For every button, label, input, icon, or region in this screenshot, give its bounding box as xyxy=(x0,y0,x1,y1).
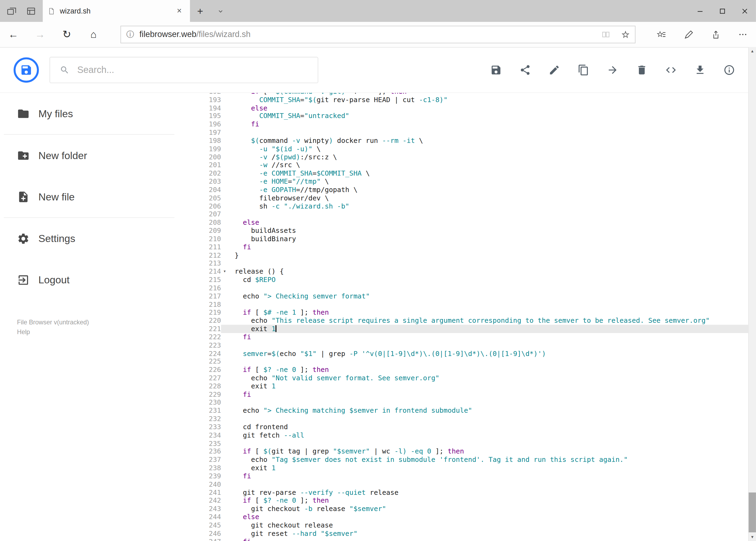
code-line-text[interactable] xyxy=(228,128,748,136)
code-line-text[interactable]: if [ $? -ne 0 ]; then xyxy=(228,366,748,374)
scroll-up-icon[interactable]: ▲ xyxy=(749,47,756,56)
code-line-text[interactable]: echo "Not valid semver format. See semve… xyxy=(228,374,748,382)
code-line-text[interactable]: -e COMMIT_SHA=$COMMIT_SHA \ xyxy=(228,169,748,178)
site-info-icon[interactable]: ⓘ xyxy=(121,29,139,40)
tab-close-icon[interactable]: × xyxy=(173,6,185,16)
code-line-text[interactable]: fi xyxy=(228,120,748,128)
code-line-text[interactable]: cd frontend xyxy=(228,423,748,431)
minimize-button[interactable] xyxy=(689,0,711,22)
scrollbar[interactable]: ▲ ▼ xyxy=(748,47,756,541)
new-tab-button[interactable]: + xyxy=(190,0,210,22)
code-line-text[interactable]: fi xyxy=(228,472,748,480)
code-line-text[interactable] xyxy=(228,357,748,366)
code-line-text[interactable]: $(command -v winpty) docker run --rm -it… xyxy=(228,137,748,145)
help-link[interactable]: Help xyxy=(17,327,89,337)
code-line-text[interactable]: else xyxy=(228,513,748,521)
code-line-text[interactable] xyxy=(228,300,748,308)
code-line-text[interactable]: buildAssets xyxy=(228,227,748,235)
share-icon[interactable] xyxy=(704,24,727,45)
code-line-text[interactable]: filebrowser/dev \ xyxy=(228,194,748,202)
sidebar-item-logout[interactable]: Logout xyxy=(0,259,202,300)
set-tabs-aside-icon[interactable] xyxy=(5,5,18,17)
code-line-text[interactable] xyxy=(228,415,748,423)
web-note-pen-icon[interactable] xyxy=(677,24,700,45)
forward-icon[interactable]: → xyxy=(27,24,54,45)
search-input[interactable] xyxy=(76,64,318,76)
code-line-text[interactable]: git checkout release xyxy=(228,521,748,529)
code-button[interactable] xyxy=(665,64,677,76)
code-line-text[interactable]: if [ $# -ne 1 ]; then xyxy=(228,308,748,316)
code-line-text[interactable]: echo "> Checking semver format" xyxy=(228,292,748,300)
save-button[interactable] xyxy=(490,64,502,76)
code-line-text[interactable]: -e GOPATH=//tmp/gopath \ xyxy=(228,186,748,194)
search-box[interactable] xyxy=(50,57,318,83)
code-editor[interactable]: 192 if [ "$(command -v git)" != "" ]; th… xyxy=(202,93,748,541)
code-line-text[interactable]: COMMIT_SHA="untracked" xyxy=(228,112,748,120)
code-line-text[interactable]: else xyxy=(228,219,748,227)
code-line-text[interactable]: if [ $? -ne 0 ]; then xyxy=(228,497,748,505)
code-line-text[interactable] xyxy=(228,210,748,218)
filebrowser-logo[interactable] xyxy=(14,57,39,83)
back-icon[interactable]: ← xyxy=(0,24,27,45)
code-line-text[interactable]: -v /$(pwd):/src:z \ xyxy=(228,153,748,161)
sidebar-item-new-file[interactable]: New file xyxy=(0,176,202,218)
sidebar-item-new-folder[interactable]: New folder xyxy=(0,135,202,176)
code-line-text[interactable]: exit 1 xyxy=(228,325,748,333)
tab-preview-chevron-icon[interactable] xyxy=(210,0,231,22)
address-bar[interactable]: ⓘ filebrowser.web/files/wizard.sh xyxy=(121,26,635,43)
code-line-text[interactable] xyxy=(228,341,748,349)
edit-button[interactable] xyxy=(549,64,560,76)
close-button[interactable] xyxy=(734,0,756,22)
code-line-text[interactable]: echo "> Checking matching $semver in fro… xyxy=(228,406,748,415)
code-line-text[interactable] xyxy=(228,259,748,268)
download-button[interactable] xyxy=(694,64,706,76)
url-text[interactable]: filebrowser.web/files/wizard.sh xyxy=(139,30,596,39)
code-line-text[interactable] xyxy=(228,439,748,447)
code-line-text[interactable]: fi xyxy=(228,537,748,541)
code-line-text[interactable]: COMMIT_SHA="$(git rev-parse HEAD | cut -… xyxy=(228,96,748,104)
code-line-text[interactable]: git fetch --all xyxy=(228,431,748,439)
delete-button[interactable] xyxy=(636,64,647,76)
move-button[interactable] xyxy=(607,64,619,76)
code-line-text[interactable] xyxy=(228,284,748,292)
code-line-text[interactable]: } xyxy=(228,251,748,259)
copy-button[interactable] xyxy=(578,64,589,76)
favorite-star-icon[interactable] xyxy=(616,30,635,39)
code-line-text[interactable]: exit 1 xyxy=(228,382,748,390)
code-line-text[interactable]: release () { xyxy=(228,268,748,275)
maximize-button[interactable] xyxy=(711,0,734,22)
code-line-text[interactable]: if [ $(git tag | grep "$semver" | wc -l)… xyxy=(228,447,748,456)
favorites-hub-icon[interactable] xyxy=(650,24,672,45)
code-line-text[interactable]: else xyxy=(228,104,748,112)
code-line-text[interactable]: exit 1 xyxy=(228,464,748,472)
scrollbar-thumb[interactable] xyxy=(749,492,756,532)
code-line-text[interactable] xyxy=(228,480,748,488)
share-button[interactable] xyxy=(519,64,531,76)
info-button[interactable] xyxy=(723,64,735,76)
refresh-icon[interactable]: ↻ xyxy=(54,24,80,45)
code-line-text[interactable]: semver=$(echo "$1" | grep -P '^v(0|[1-9]… xyxy=(228,349,748,357)
code-line-text[interactable]: if [ "$(command -v git)" != "" ]; then xyxy=(228,93,748,96)
tabs-you-set-aside-icon[interactable] xyxy=(25,5,38,17)
code-line-text[interactable]: cd $REPO xyxy=(228,276,748,284)
more-settings-icon[interactable] xyxy=(732,24,754,45)
scroll-down-icon[interactable]: ▼ xyxy=(749,533,756,541)
code-line-text[interactable]: fi xyxy=(228,390,748,398)
code-line-text[interactable]: git reset --hard "$semver" xyxy=(228,529,748,537)
code-line-text[interactable] xyxy=(228,398,748,406)
sidebar-item-settings[interactable]: Settings xyxy=(0,218,202,259)
home-icon[interactable]: ⌂ xyxy=(80,24,107,45)
code-line-text[interactable]: git checkout -b release "$semver" xyxy=(228,505,748,513)
code-line-text[interactable]: sh -c "./wizard.sh -b" xyxy=(228,202,748,210)
code-line-text[interactable]: fi xyxy=(228,243,748,251)
code-line-text[interactable]: -u "$(id -u)" \ xyxy=(228,145,748,153)
browser-tab[interactable]: wizard.sh × xyxy=(43,0,190,22)
code-line-text[interactable]: echo "Tag $semver does not exist in subm… xyxy=(228,456,748,464)
code-line-text[interactable]: echo "This release script requires a sin… xyxy=(228,316,748,325)
code-line-text[interactable]: buildBinary xyxy=(228,235,748,243)
code-line-text[interactable]: git rev-parse --verify --quiet release xyxy=(228,488,748,496)
sidebar-item-my-files[interactable]: My files xyxy=(0,93,202,134)
reading-view-icon[interactable] xyxy=(596,30,616,39)
code-line-text[interactable]: -w //src \ xyxy=(228,161,748,169)
fold-arrow-icon[interactable]: ▾ xyxy=(221,268,228,275)
